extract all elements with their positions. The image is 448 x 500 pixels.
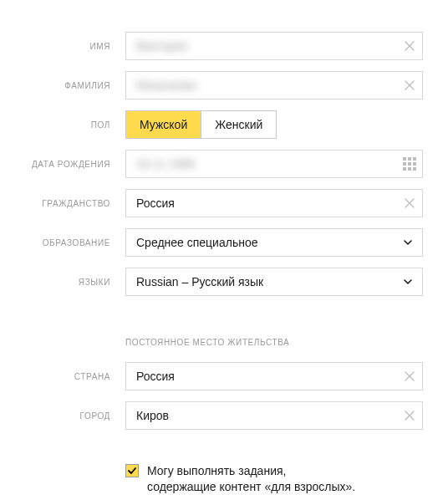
svg-rect-7 [408,167,411,171]
field-first-name: Виктория [125,32,423,60]
clear-icon[interactable] [403,370,416,383]
field-city: Киров [125,401,423,430]
svg-rect-8 [413,167,416,171]
svg-rect-5 [413,162,416,166]
label-citizenship: ГРАЖДАНСТВО [0,199,125,208]
row-gender: ПОЛ Мужской Женский [0,110,423,139]
adult-content-row: Могу выполнять задания, содержащие конте… [125,463,423,495]
svg-rect-0 [403,157,406,161]
label-languages: ЯЗЫКИ [0,278,125,287]
field-gender: Мужской Женский [125,110,423,139]
gender-option-female[interactable]: Женский [201,111,276,138]
languages-select[interactable]: Russian – Русский язык [125,268,423,296]
profile-form: ИМЯ Виктория ФАМИЛИЯ Михалкова ПОЛ Мужск… [0,0,448,500]
education-select[interactable]: Среднее специальное [125,228,423,257]
gender-toggle: Мужской Женский [125,110,277,139]
svg-rect-4 [408,162,411,166]
country-input[interactable]: Россия [125,362,423,390]
field-languages: Russian – Русский язык [125,268,423,296]
clear-icon[interactable] [403,79,416,92]
field-country: Россия [125,362,423,390]
field-citizenship: Россия [125,189,423,217]
clear-icon[interactable] [403,196,416,210]
city-input[interactable]: Киров [125,401,423,430]
field-birth-date: 16.11.1989 [125,150,423,178]
gender-option-male[interactable]: Мужской [126,111,201,138]
row-last-name: ФАМИЛИЯ Михалкова [0,71,423,99]
label-country: СТРАНА [0,372,125,381]
svg-rect-1 [408,157,411,161]
svg-rect-2 [413,157,416,161]
row-education: ОБРАЗОВАНИЕ Среднее специальное [0,228,423,257]
svg-rect-6 [403,167,406,171]
label-gender: ПОЛ [0,120,125,130]
section-residence-heading: ПОСТОЯННОЕ МЕСТО ЖИТЕЛЬСТВА [125,338,423,347]
row-country: СТРАНА Россия [0,362,423,390]
adult-content-checkbox[interactable] [125,464,139,477]
label-last-name: ФАМИЛИЯ [0,81,125,90]
last-name-input[interactable]: Михалкова [125,71,423,99]
row-birth-date: ДАТА РОЖДЕНИЯ 16.11.1989 [0,150,423,178]
label-first-name: ИМЯ [0,42,125,51]
adult-content-label: Могу выполнять задания, содержащие конте… [147,463,355,495]
citizenship-input[interactable]: Россия [125,189,423,217]
label-city: ГОРОД [0,411,125,421]
first-name-input[interactable]: Виктория [125,32,423,60]
clear-icon[interactable] [403,409,416,422]
field-education: Среднее специальное [125,228,423,257]
row-citizenship: ГРАЖДАНСТВО Россия [0,189,423,217]
row-first-name: ИМЯ Виктория [0,32,423,60]
field-last-name: Михалкова [125,71,423,99]
clear-icon[interactable] [403,39,416,53]
label-birth-date: ДАТА РОЖДЕНИЯ [0,160,125,169]
calendar-icon[interactable] [403,157,416,171]
row-city: ГОРОД Киров [0,401,423,430]
row-languages: ЯЗЫКИ Russian – Русский язык [0,268,423,296]
label-education: ОБРАЗОВАНИЕ [0,238,125,247]
svg-rect-3 [403,162,406,166]
birth-date-input[interactable]: 16.11.1989 [125,150,423,178]
